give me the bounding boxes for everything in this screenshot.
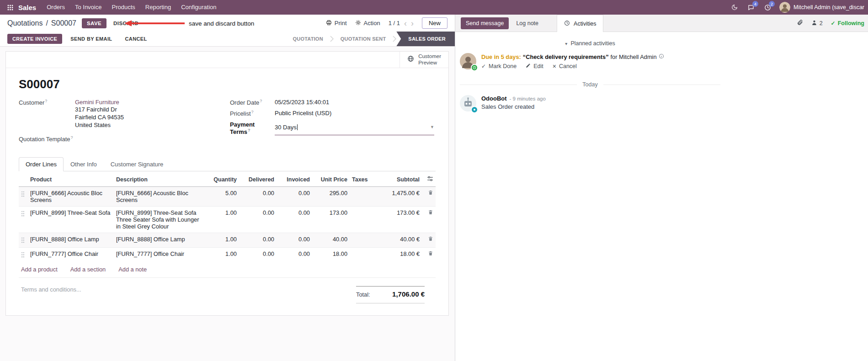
cancel-activity-button[interactable]: × Cancel	[553, 63, 577, 69]
message-text: OdooBot - 9 minutes ago Sales Order crea…	[481, 95, 546, 111]
action-button[interactable]: Action	[355, 20, 380, 27]
tab-order-lines[interactable]: Order Lines	[19, 157, 64, 171]
menu-orders[interactable]: Orders	[42, 0, 70, 15]
delivered-cell[interactable]: 0.00	[239, 248, 277, 262]
delete-row-icon[interactable]	[422, 187, 436, 207]
discard-button[interactable]: DISCARD	[109, 18, 143, 28]
invoiced-cell[interactable]: 0.00	[277, 207, 312, 233]
delete-row-icon[interactable]	[422, 233, 436, 248]
quotation-template-field[interactable]: Quotation Template?	[19, 135, 230, 143]
taxes-cell[interactable]	[350, 233, 376, 248]
step-quotation-sent[interactable]: QUOTATION SENT	[334, 32, 393, 46]
payment-terms-label: Payment Terms?	[230, 121, 275, 135]
order-date-value[interactable]: 05/25/2023 15:40:01	[275, 99, 329, 106]
drag-handle-icon[interactable]	[19, 207, 28, 233]
pager-previous-icon[interactable]: ‹	[404, 19, 407, 27]
app-name[interactable]: Sales	[18, 4, 36, 11]
product-cell[interactable]: [FURN_8999] Three-Seat Sofa	[28, 207, 114, 233]
description-cell[interactable]: [FURN_8888] Office Lamp	[114, 233, 203, 248]
add-note-link[interactable]: Add a note	[118, 266, 147, 273]
sheet-button-box: Customer Preview	[6, 52, 448, 68]
new-button[interactable]: New	[422, 17, 447, 29]
menu-to-invoice[interactable]: To Invoice	[70, 0, 107, 15]
day-divider: Today	[460, 81, 720, 88]
add-section-link[interactable]: Add a section	[70, 266, 106, 273]
print-icon	[326, 20, 332, 27]
apps-menu-icon[interactable]	[4, 0, 16, 15]
tab-customer-signature[interactable]: Customer Signature	[104, 157, 170, 171]
planned-activities-header[interactable]: ▾ Planned activities	[460, 40, 720, 47]
user-menu[interactable]: Mitchell Admin (save_discar	[779, 2, 864, 13]
tab-other-info[interactable]: Other Info	[64, 157, 104, 171]
invoiced-cell[interactable]: 0.00	[277, 187, 312, 207]
address-line: 317 Fairchild Dr	[75, 106, 124, 113]
send-by-email-button[interactable]: SEND BY EMAIL	[66, 34, 117, 44]
person-icon	[811, 20, 817, 27]
description-cell[interactable]: [FURN_6666] Acoustic Bloc Screens	[114, 187, 203, 207]
product-cell[interactable]: [FURN_8888] Office Lamp	[28, 233, 114, 248]
drag-handle-icon[interactable]	[19, 233, 28, 248]
description-cell[interactable]: [FURN_8999] Three-Seat SofaThree Seater …	[114, 207, 203, 233]
messages-icon[interactable]: 4	[744, 0, 758, 15]
info-icon[interactable]	[659, 53, 664, 61]
drag-handle-icon[interactable]	[19, 248, 28, 262]
send-message-button[interactable]: Send message	[461, 17, 509, 29]
edit-activity-button[interactable]: Edit	[526, 63, 543, 69]
taxes-cell[interactable]	[350, 248, 376, 262]
customer-field: Customer? Gemini Furniture 317 Fairchild…	[19, 99, 230, 129]
breadcrumb-quotations[interactable]: Quotations	[7, 19, 43, 27]
log-note-button[interactable]: Log note	[511, 17, 543, 29]
step-sales-order[interactable]: SALES ORDER	[396, 32, 455, 46]
dark-mode-icon[interactable]	[727, 0, 742, 15]
delivered-cell[interactable]: 0.00	[239, 207, 277, 233]
optional-columns-icon[interactable]	[422, 172, 436, 187]
quantity-cell[interactable]: 1.00	[203, 207, 239, 233]
taxes-cell[interactable]	[350, 187, 376, 207]
step-quotation[interactable]: QUOTATION	[286, 32, 330, 46]
invoiced-cell[interactable]: 0.00	[277, 233, 312, 248]
x-icon: ×	[553, 63, 556, 69]
pager-next-icon[interactable]: ›	[411, 19, 414, 27]
delete-row-icon[interactable]	[422, 248, 436, 262]
pager-value[interactable]: 1 / 1	[389, 20, 400, 27]
product-cell[interactable]: [FURN_6666] Acoustic Bloc Screens	[28, 187, 114, 207]
delivered-cell[interactable]: 0.00	[239, 187, 277, 207]
activities-tab[interactable]: Activities	[557, 15, 603, 32]
activities-clock-icon[interactable]: 2	[760, 0, 775, 15]
taxes-cell[interactable]	[350, 207, 376, 233]
cancel-button[interactable]: CANCEL	[120, 34, 151, 44]
create-invoice-button[interactable]: CREATE INVOICE	[7, 34, 62, 44]
add-product-link[interactable]: Add a product	[21, 266, 58, 273]
total-line: Total: 1,706.00 €	[356, 286, 425, 303]
payment-terms-input[interactable]: 30 Days ▼	[275, 121, 434, 135]
mark-done-button[interactable]: ✓ Mark Done	[481, 63, 517, 69]
customer-link[interactable]: Gemini Furniture	[75, 99, 119, 106]
unit-price-cell[interactable]: 18.00	[312, 248, 350, 262]
delete-row-icon[interactable]	[422, 207, 436, 233]
total-label: Total:	[356, 291, 370, 298]
chevron-down-icon[interactable]: ▼	[430, 125, 434, 129]
menu-products[interactable]: Products	[107, 0, 140, 15]
terms-placeholder[interactable]: Terms and conditions...	[19, 286, 81, 303]
menu-configuration[interactable]: Configuration	[176, 0, 221, 15]
pricelist-value[interactable]: Public Pricelist (USD)	[275, 110, 331, 117]
unit-price-cell[interactable]: 173.00	[312, 207, 350, 233]
attachment-icon[interactable]	[797, 19, 803, 27]
activity-clock-badge	[471, 64, 478, 71]
print-button[interactable]: Print	[326, 20, 347, 27]
quantity-cell[interactable]: 5.00	[203, 187, 239, 207]
unit-price-cell[interactable]: 295.00	[312, 187, 350, 207]
quantity-cell[interactable]: 1.00	[203, 233, 239, 248]
following-button[interactable]: ✓ Following	[831, 20, 864, 27]
customer-preview-button[interactable]: Customer Preview	[399, 52, 448, 68]
drag-handle-icon[interactable]	[19, 187, 28, 207]
save-button[interactable]: SAVE	[82, 18, 107, 28]
unit-price-cell[interactable]: 40.00	[312, 233, 350, 248]
delivered-cell[interactable]: 0.00	[239, 233, 277, 248]
invoiced-cell[interactable]: 0.00	[277, 248, 312, 262]
menu-reporting[interactable]: Reporting	[140, 0, 176, 15]
product-cell[interactable]: [FURN_7777] Office Chair	[28, 248, 114, 262]
quantity-cell[interactable]: 1.00	[203, 248, 239, 262]
followers-button[interactable]: 2	[811, 20, 823, 27]
description-cell[interactable]: [FURN_7777] Office Chair	[114, 248, 203, 262]
